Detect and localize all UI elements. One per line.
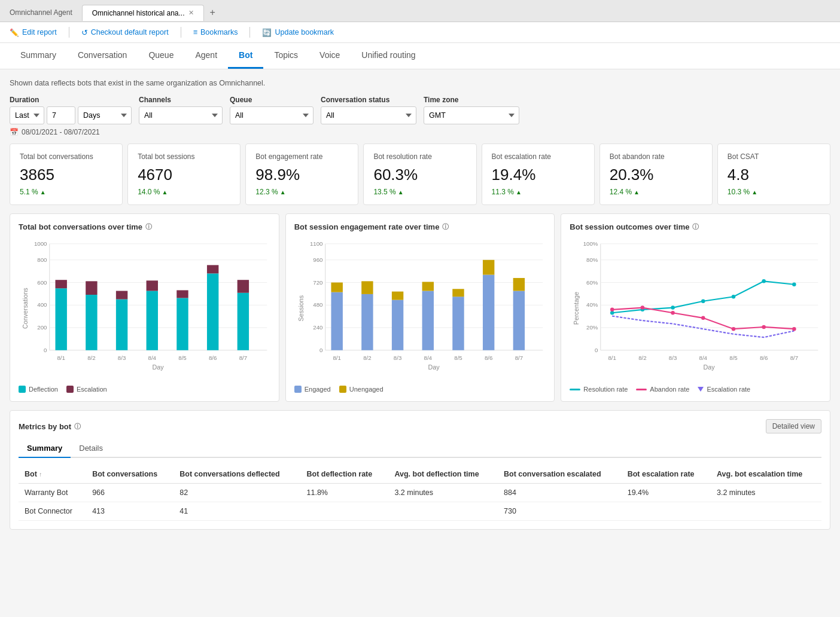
- svg-text:240: 240: [313, 324, 323, 331]
- tab-voice[interactable]: Voice: [309, 43, 351, 69]
- bar-escalation-3: [147, 280, 158, 291]
- svg-text:8/6: 8/6: [760, 355, 768, 361]
- bar-deflection-6: [238, 293, 249, 350]
- table-cell-1-1: 413: [86, 502, 174, 521]
- metrics-header: Metrics by bot ⓘ Detailed view: [19, 419, 821, 433]
- bar-deflection-5: [207, 273, 218, 350]
- duration-value-input[interactable]: [47, 106, 75, 124]
- table-cell-0-5: 884: [498, 484, 622, 502]
- tab-unified-routing[interactable]: Unified routing: [351, 43, 426, 69]
- legend-engaged-color: [294, 386, 302, 393]
- chart3-info-icon[interactable]: ⓘ: [692, 222, 699, 231]
- svg-text:8/3: 8/3: [394, 355, 401, 361]
- svg-text:100%: 100%: [583, 240, 598, 247]
- legend-resolution-line: [570, 389, 580, 390]
- legend-deflection: Deflection: [19, 386, 58, 393]
- kpi-total-bot-conversations: Total bot conversations 3865 5.1 %: [10, 143, 123, 205]
- svg-text:0: 0: [595, 347, 598, 353]
- svg-text:960: 960: [313, 256, 323, 263]
- table-cell-1-2: 41: [174, 502, 300, 521]
- svg-text:Day: Day: [428, 364, 440, 371]
- tab-queue[interactable]: Queue: [138, 43, 184, 69]
- svg-text:1000: 1000: [34, 240, 47, 247]
- bar-escalation-2: [116, 291, 127, 300]
- kpi-bot-engagement-rate: Bot engagement rate 98.9% 12.3 %: [245, 143, 358, 205]
- table-cell-1-3: [301, 502, 389, 521]
- svg-text:8/5: 8/5: [454, 355, 462, 361]
- svg-text:8/4: 8/4: [424, 355, 432, 361]
- bar-unengaged-3: [422, 282, 433, 291]
- sort-icon-bot[interactable]: ↑: [39, 471, 42, 478]
- kpi-row: Total bot conversations 3865 5.1 % Total…: [10, 143, 830, 205]
- detailed-view-button[interactable]: Detailed view: [766, 419, 821, 433]
- charts-row: Total bot conversations over time ⓘ Conv…: [10, 213, 830, 402]
- table-cell-1-0: Bot Connector: [19, 502, 86, 521]
- browser-tabs-bar: Omnichannel Agent Omnichannel historical…: [0, 0, 840, 22]
- duration-prefix-select[interactable]: Last: [10, 106, 44, 124]
- table-cell-0-3: 11.8%: [301, 484, 389, 502]
- svg-text:Percentage: Percentage: [573, 292, 580, 325]
- bar-unengaged-0: [331, 283, 342, 292]
- legend-deflection-color: [19, 386, 26, 393]
- dot-ab-1: [641, 306, 644, 309]
- timezone-label: Time zone: [424, 96, 519, 104]
- legend-escalation: Escalation: [66, 386, 107, 393]
- chart2-info-icon[interactable]: ⓘ: [442, 222, 449, 231]
- kpi-change-2: 12.3 %: [255, 188, 348, 196]
- bookmark-icon: ≡: [193, 28, 197, 36]
- bar-deflection-2: [116, 300, 127, 350]
- bar-escalation-0: [55, 280, 66, 288]
- queue-select[interactable]: All: [230, 106, 314, 124]
- metrics-by-bot-section: Metrics by bot ⓘ Detailed view Summary D…: [10, 410, 830, 530]
- svg-text:8/7: 8/7: [515, 355, 522, 361]
- tab-topics[interactable]: Topics: [263, 43, 309, 69]
- svg-text:8/5: 8/5: [730, 355, 738, 361]
- conv-status-select[interactable]: All: [321, 106, 416, 124]
- svg-text:8/7: 8/7: [790, 355, 798, 361]
- svg-text:8/3: 8/3: [669, 355, 677, 361]
- checkout-default-button[interactable]: ↺ Checkout default report: [81, 28, 169, 37]
- calendar-icon: 📅: [10, 128, 19, 136]
- chart1-info-icon[interactable]: ⓘ: [145, 222, 152, 231]
- dot-res-2: [671, 306, 675, 309]
- bar-deflection-0: [55, 288, 66, 350]
- update-bookmark-button[interactable]: 🔄 Update bookmark: [262, 28, 334, 37]
- browser-tab-historical[interactable]: Omnichannel historical ana... ✕: [82, 5, 204, 21]
- tab-agent[interactable]: Agent: [184, 43, 228, 69]
- date-range-display: 📅 08/01/2021 - 08/07/2021: [10, 128, 830, 136]
- dot-ab-5: [762, 325, 766, 329]
- chart-bot-conversations-over-time: Total bot conversations over time ⓘ Conv…: [10, 213, 279, 402]
- close-tab-icon[interactable]: ✕: [188, 9, 194, 17]
- bar-engaged-4: [452, 297, 464, 350]
- tab-summary[interactable]: Summary: [10, 43, 67, 69]
- timezone-select[interactable]: GMT: [424, 106, 519, 124]
- tab-bot[interactable]: Bot: [228, 43, 263, 69]
- bookmarks-button[interactable]: ≡ Bookmarks: [193, 28, 238, 36]
- svg-text:0: 0: [319, 347, 323, 353]
- duration-filter: Duration Last Days: [10, 96, 132, 124]
- svg-text:8/3: 8/3: [118, 355, 126, 361]
- sub-tab-details[interactable]: Details: [71, 439, 111, 458]
- kpi-change-1: 14.0 %: [138, 188, 230, 196]
- svg-text:8/6: 8/6: [209, 355, 217, 361]
- add-tab-button[interactable]: +: [204, 4, 221, 22]
- col-bot-escalation-rate: Bot escalation rate: [622, 465, 711, 484]
- chart1-svg: Conversations 0 200 400 600 800 1000: [19, 237, 270, 379]
- svg-text:Conversations: Conversations: [22, 288, 29, 329]
- info-bar: Shown data reflects bots that exist in t…: [10, 79, 830, 87]
- bar-unengaged-2: [392, 292, 403, 300]
- col-bot-deflection-rate: Bot deflection rate: [301, 465, 389, 484]
- browser-tab-omnichannel-agent[interactable]: Omnichannel Agent: [0, 5, 82, 20]
- channels-select[interactable]: All: [139, 106, 223, 124]
- duration-unit-select[interactable]: Days: [78, 106, 132, 124]
- metrics-table: Bot ↑ Bot conversations Bot conversation…: [19, 465, 821, 521]
- metrics-info-icon[interactable]: ⓘ: [74, 422, 81, 431]
- sub-tab-summary[interactable]: Summary: [19, 439, 71, 458]
- table-cell-1-6: [622, 502, 711, 521]
- bar-escalation-6: [238, 280, 249, 293]
- tab-conversation[interactable]: Conversation: [67, 43, 138, 69]
- bar-unengaged-1: [361, 281, 373, 294]
- legend-resolution-rate: Resolution rate: [570, 386, 628, 393]
- bar-engaged-2: [392, 300, 403, 350]
- edit-report-button[interactable]: ✏️ Edit report: [10, 28, 57, 37]
